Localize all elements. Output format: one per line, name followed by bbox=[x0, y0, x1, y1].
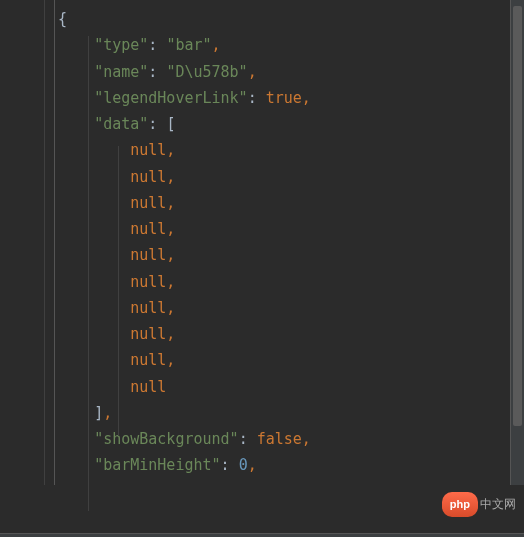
code-line: null, bbox=[58, 164, 524, 190]
code-line: null, bbox=[58, 347, 524, 373]
json-null: null, bbox=[130, 351, 175, 369]
comma: , bbox=[302, 430, 311, 448]
json-null: null, bbox=[130, 220, 175, 238]
code-line: null, bbox=[58, 216, 524, 242]
indent-guide bbox=[118, 146, 119, 436]
json-null: null, bbox=[130, 325, 175, 343]
watermark-text: 中文网 bbox=[480, 494, 516, 515]
json-null: null, bbox=[130, 299, 175, 317]
colon: : bbox=[148, 36, 166, 54]
json-null: null, bbox=[130, 194, 175, 212]
code-line: "name": "D\u578b", bbox=[58, 59, 524, 85]
code-line: null, bbox=[58, 269, 524, 295]
code-line: "type": "bar", bbox=[58, 32, 524, 58]
comma: , bbox=[248, 456, 257, 474]
json-key: "name" bbox=[94, 63, 148, 81]
comma: , bbox=[248, 63, 257, 81]
colon: : bbox=[148, 63, 166, 81]
json-string: "D\u578b" bbox=[166, 63, 247, 81]
code-line: { bbox=[58, 6, 524, 32]
code-line: "data": [ bbox=[58, 111, 524, 137]
comma: , bbox=[103, 404, 112, 422]
json-keyword: true bbox=[266, 89, 302, 107]
code-line: null, bbox=[58, 242, 524, 268]
bracket-close: ] bbox=[94, 404, 103, 422]
json-key: "data" bbox=[94, 115, 148, 133]
code-content[interactable]: { "type": "bar", "name": "D\u578b", "leg… bbox=[0, 6, 524, 479]
code-editor[interactable]: { "type": "bar", "name": "D\u578b", "leg… bbox=[0, 0, 524, 485]
watermark: php 中文网 bbox=[442, 492, 516, 517]
brace-open: { bbox=[58, 10, 67, 28]
code-line: null, bbox=[58, 321, 524, 347]
json-null: null, bbox=[130, 168, 175, 186]
colon: : bbox=[148, 115, 166, 133]
bottom-border bbox=[0, 533, 524, 537]
json-number: 0 bbox=[239, 456, 248, 474]
json-null: null, bbox=[130, 141, 175, 159]
json-key: "showBackground" bbox=[94, 430, 239, 448]
json-null: null, bbox=[130, 273, 175, 291]
code-line: null, bbox=[58, 137, 524, 163]
json-key: "barMinHeight" bbox=[94, 456, 220, 474]
bracket-open: [ bbox=[166, 115, 175, 133]
json-key: "legendHoverLink" bbox=[94, 89, 248, 107]
code-line: "showBackground": false, bbox=[58, 426, 524, 452]
colon: : bbox=[239, 430, 257, 448]
code-line: null, bbox=[58, 190, 524, 216]
colon: : bbox=[248, 89, 266, 107]
code-line: "barMinHeight": 0, bbox=[58, 452, 524, 478]
json-string: "bar" bbox=[166, 36, 211, 54]
json-key: "type" bbox=[94, 36, 148, 54]
comma: , bbox=[212, 36, 221, 54]
json-null: null, bbox=[130, 246, 175, 264]
code-line: null, bbox=[58, 295, 524, 321]
json-null: null bbox=[130, 378, 166, 396]
code-line: "legendHoverLink": true, bbox=[58, 85, 524, 111]
code-line: ], bbox=[58, 400, 524, 426]
watermark-logo: php bbox=[442, 492, 478, 517]
comma: , bbox=[302, 89, 311, 107]
code-line: null bbox=[58, 374, 524, 400]
json-keyword: false bbox=[257, 430, 302, 448]
indent-guide bbox=[88, 36, 89, 511]
colon: : bbox=[221, 456, 239, 474]
